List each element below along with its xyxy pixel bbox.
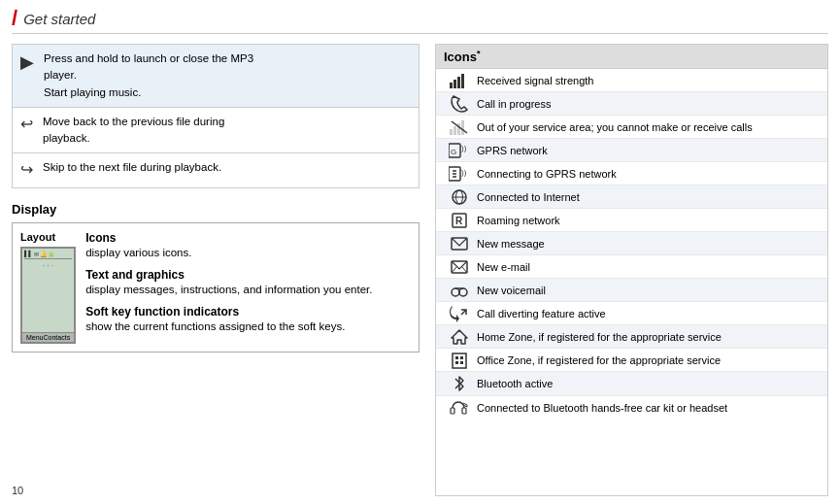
svg-marker-30 (452, 330, 467, 344)
office-zone-desc: Office Zone, if registered for the appro… (477, 353, 822, 367)
main-content: ▶ Press and hold to launch or close the … (12, 44, 828, 496)
icon-row-out-of-service: Out of your service area; you cannot mak… (436, 116, 827, 139)
icons-label-desc: display various icons. (85, 247, 191, 258)
bluetooth-headset-icon (442, 399, 477, 417)
office-zone-icon (442, 352, 477, 369)
svg-rect-35 (460, 361, 463, 364)
svg-rect-4 (450, 129, 453, 135)
svg-rect-33 (460, 356, 463, 359)
softkey-label-title: Soft key function indicators (85, 305, 372, 319)
icons-label-title: Icons (85, 231, 372, 245)
left-column: ▶ Press and hold to launch or close the … (12, 44, 420, 496)
svg-rect-7 (461, 120, 464, 135)
svg-text:R: R (455, 216, 463, 226)
header-slash-icon: / (12, 8, 17, 29)
mp3-prev-line1: Move back to the previous file during (43, 116, 224, 127)
new-message-desc: New message (477, 237, 822, 251)
icon-row-signal: Received signal strength (436, 69, 827, 92)
call-desc: Call in progress (477, 97, 822, 111)
icon-row-call: Call in progress (436, 92, 827, 116)
svg-rect-1 (454, 80, 456, 88)
icon-row-home-zone: Home Zone, if registered for the appropr… (436, 325, 827, 349)
bluetooth-desc: Bluetooth active (477, 377, 822, 390)
new-email-icon (442, 259, 477, 275)
connecting-gprs-icon: )) (442, 166, 477, 182)
svg-rect-36 (451, 408, 454, 414)
svg-rect-32 (455, 356, 458, 359)
icons-header-text: Icons (444, 50, 477, 64)
display-section: Display Layout ▌▌ ✉ 🔔 🔋 (12, 202, 420, 353)
home-zone-desc: Home Zone, if registered for the appropr… (477, 330, 822, 344)
roaming-desc: Roaming network (477, 214, 822, 227)
icons-table: Icons* Received signal strength Call in … (435, 44, 828, 496)
new-voicemail-icon (442, 283, 477, 298)
bluetooth-headset-desc: Connected to Bluetooth hands-free car ki… (477, 401, 822, 415)
page-number: 10 (12, 481, 420, 496)
mp3-row-play: ▶ Press and hold to launch or close the … (13, 45, 419, 108)
home-zone-icon (442, 328, 477, 346)
new-email-desc: New e-mail (477, 260, 822, 274)
mp3-play-line2: player. (44, 69, 77, 81)
mp3-next-text: Skip to the next file during playback. (43, 159, 221, 176)
connecting-gprs-desc: Connecting to GPRS network (477, 167, 822, 181)
new-message-icon (442, 236, 477, 252)
signal-desc: Received signal strength (477, 74, 822, 87)
phone-screen-top: ▌▌ ✉ 🔔 🔋 (24, 251, 72, 259)
mp3-row-prev: ↩ Move back to the previous file during … (13, 108, 419, 154)
icon-row-roaming: R Roaming network (436, 209, 827, 232)
icon-row-internet: Connected to Internet (436, 185, 827, 209)
svg-text:)): )) (461, 144, 467, 152)
softkey-label-desc: show the current functions assigned to t… (85, 320, 345, 332)
display-label-text: Text and graphics display messages, inst… (85, 268, 372, 295)
svg-rect-31 (453, 353, 466, 368)
page: / Get started ▶ Press and hold to launch… (0, 0, 840, 504)
phone-softkeys: Menu Contacts (22, 332, 74, 342)
svg-rect-5 (454, 126, 456, 135)
icon-row-bluetooth-headset: Connected to Bluetooth hands-free car ki… (436, 396, 827, 420)
display-label-icons: Icons display various icons. (85, 231, 372, 258)
icons-header-sup: * (477, 49, 481, 58)
mp3-prev-line2: playback. (43, 132, 90, 144)
icons-table-header: Icons* (436, 45, 827, 69)
icon-row-call-divert: Call diverting feature active (436, 302, 827, 325)
gprs-desc: GPRS network (477, 144, 822, 157)
svg-rect-37 (462, 408, 466, 414)
mp3-prev-text: Move back to the previous file during pl… (43, 114, 224, 148)
phone-mock: ▌▌ ✉ 🔔 🔋 · · · Menu Contacts (20, 247, 76, 344)
mp3-table: ▶ Press and hold to launch or close the … (12, 44, 420, 188)
gprs-icon: G )) (442, 143, 477, 158)
new-voicemail-desc: New voicemail (477, 284, 822, 297)
phone-screen: ▌▌ ✉ 🔔 🔋 · · · (22, 249, 74, 332)
icon-row-connecting-gprs: )) Connecting to GPRS network (436, 162, 827, 185)
svg-point-27 (459, 288, 467, 296)
softkey-right: Contacts (44, 334, 71, 341)
display-labels: Icons display various icons. Text and gr… (85, 231, 372, 344)
text-label-title: Text and graphics (85, 268, 372, 282)
mp3-play-text: Press and hold to launch or close the MP… (44, 50, 253, 101)
connected-internet-icon (442, 188, 477, 206)
mp3-row-next: ↪ Skip to the next file during playback. (13, 153, 419, 186)
page-header: / Get started (12, 8, 828, 34)
mp3-play-line1: Press and hold to launch or close the MP… (44, 52, 253, 64)
svg-text:G: G (451, 148, 456, 156)
display-label-softkey: Soft key function indicators show the cu… (85, 305, 372, 332)
icon-row-office-zone: Office Zone, if registered for the appro… (436, 349, 827, 372)
icon-row-message: New message (436, 232, 827, 255)
layout-label: Layout (20, 231, 55, 243)
play-icon: ▶ (20, 50, 34, 75)
svg-rect-3 (461, 74, 464, 88)
icon-row-bluetooth: Bluetooth active (436, 372, 827, 396)
svg-rect-2 (457, 77, 460, 88)
icon-row-voicemail: New voicemail (436, 279, 827, 302)
phone-screen-content: · · · (24, 261, 72, 270)
call-divert-desc: Call diverting feature active (477, 307, 822, 320)
page-title: Get started (23, 11, 95, 27)
display-section-title: Display (12, 202, 420, 217)
out-of-service-icon (442, 119, 477, 135)
signal-icon (442, 73, 477, 88)
call-icon (442, 95, 477, 113)
svg-point-26 (452, 288, 459, 296)
out-of-service-desc: Out of your service area; you cannot mak… (477, 120, 822, 134)
icon-row-gprs: G )) GPRS network (436, 139, 827, 162)
svg-rect-6 (457, 123, 460, 135)
